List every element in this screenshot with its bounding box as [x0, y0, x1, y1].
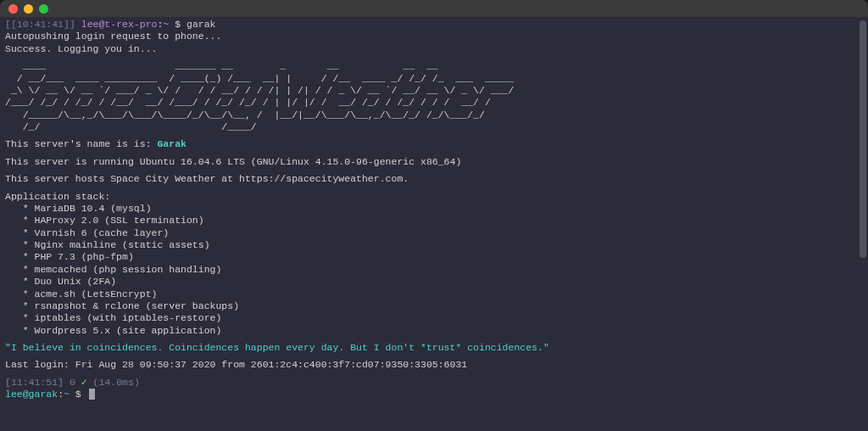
scrollbar[interactable]	[858, 20, 866, 419]
server-hosts-line: This server hosts Space City Weather at …	[5, 173, 863, 185]
ascii-banner: _\ \/ __ \/ __ `/ ___/ _ \/ / / / __/ / …	[5, 85, 863, 97]
prompt-time: [10:41:41]	[11, 19, 70, 30]
prompt-command: garak	[186, 19, 216, 30]
server-name-line: This server's name is is: Garak	[5, 138, 863, 150]
server-name: Garak	[157, 138, 186, 149]
motd-quote: "I believe in coincidences. Coincidences…	[5, 342, 863, 354]
prompt-line-1: [[10:41:41]] lee@t-rex-pro:~ $ garak	[5, 19, 863, 31]
stack-item: * memcached (php session handling)	[5, 264, 863, 276]
ascii-banner: /___/ /_/ / /_/ / /__/ __/ /___/ / /_/ /…	[5, 97, 863, 109]
prompt-path: ~	[64, 389, 70, 400]
last-login: Last login: Fri Aug 28 09:50:37 2020 fro…	[5, 359, 863, 371]
stack-item: * MariaDB 10.4 (mysql)	[5, 203, 863, 215]
stack-item: * HAProxy 2.0 (SSL termination)	[5, 215, 863, 227]
ascii-banner: / __/___ ____ _________ / ____(_) /___ _…	[5, 73, 863, 85]
close-icon[interactable]	[8, 4, 18, 14]
stack-item: * Wordpress 5.x (site application)	[5, 325, 863, 337]
stack-item: * PHP 7.3 (php-fpm)	[5, 251, 863, 263]
server-os-line: This server is running Ubuntu 16.04.6 LT…	[5, 156, 863, 168]
stack-item: * Duo Unix (2FA)	[5, 276, 863, 288]
scrollbar-thumb[interactable]	[860, 20, 866, 258]
stack-item: * rsnapshot & rclone (server backups)	[5, 300, 863, 312]
maximize-icon[interactable]	[39, 4, 48, 14]
stack-item: * iptables (with iptables-restore)	[5, 312, 863, 324]
stack-item: * Varnish 6 (cache layer)	[5, 227, 863, 239]
ascii-banner: /_/ /____/	[5, 121, 863, 133]
stack-title: Application stack:	[5, 191, 863, 203]
ascii-banner: /_____/\__,_/\___/\___/\____/_/\__/\__, …	[5, 109, 863, 121]
ascii-banner: ____ _______ __ _ __ __ __	[5, 60, 863, 72]
check-icon: ✓	[81, 377, 87, 388]
minimize-icon[interactable]	[24, 4, 33, 14]
terminal-body[interactable]: [[10:41:41]] lee@t-rex-pro:~ $ garak Aut…	[0, 17, 868, 431]
stack-item: * Nginx mainline (static assets)	[5, 239, 863, 251]
prompt-line-2: lee@garak:~ $	[5, 389, 863, 400]
titlebar	[0, 0, 868, 17]
stack-item: * acme.sh (LetsEncrypt)	[5, 288, 863, 300]
prompt-userhost: lee@garak	[5, 389, 58, 400]
status-line: [11:41:51] 0 ✓ (14.0ms)	[5, 377, 863, 389]
terminal-window: [[10:41:41]] lee@t-rex-pro:~ $ garak Aut…	[0, 0, 868, 431]
auth-line-1: Autopushing login request to phone...	[5, 31, 863, 42]
cursor-icon	[89, 389, 95, 400]
auth-line-2: Success. Logging you in...	[5, 43, 863, 55]
prompt-userhost: lee@t-rex-pro	[81, 19, 158, 30]
